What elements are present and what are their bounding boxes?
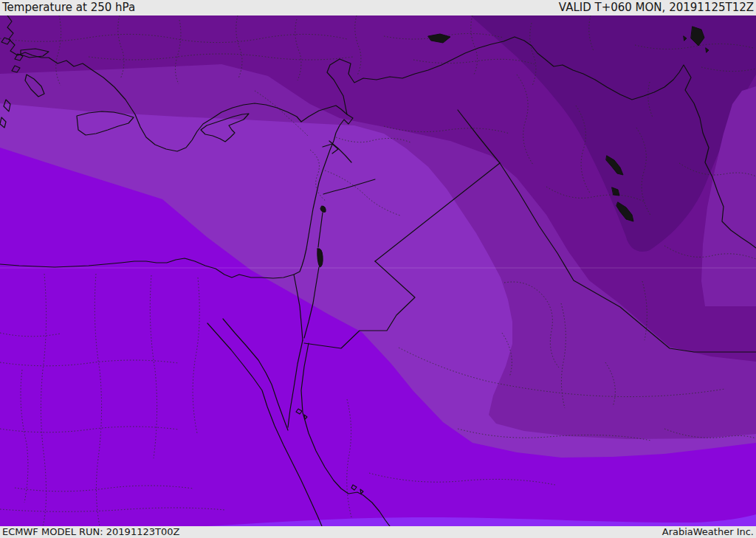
footer-bar: ECMWF MODEL RUN: 20191123T00Z ArabiaWeat…	[0, 526, 756, 538]
validity-label: VALID T+060 MON, 20191125T12Z	[559, 0, 754, 15]
map-area	[0, 15, 756, 526]
weather-map-page: Temperature at 250 hPa VALID T+060 MON, …	[0, 0, 756, 538]
header-bar: Temperature at 250 hPa VALID T+060 MON, …	[0, 0, 756, 15]
weather-map	[0, 15, 756, 526]
model-run-label: ECMWF MODEL RUN: 20191123T00Z	[2, 526, 179, 538]
brand-label: ArabiaWeather Inc.	[662, 526, 754, 538]
map-title: Temperature at 250 hPa	[2, 0, 135, 15]
